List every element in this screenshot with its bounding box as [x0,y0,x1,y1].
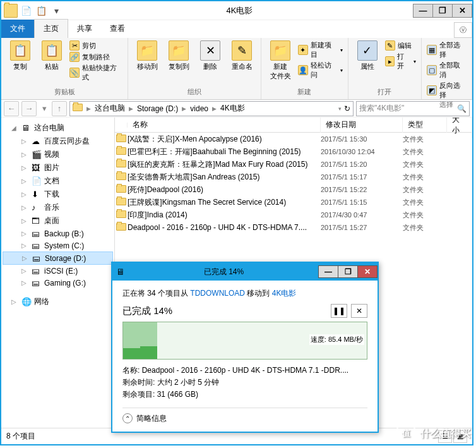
expand-icon[interactable]: ▷ [22,255,30,262]
fewer-details-button[interactable]: ⌃ 简略信息 [122,408,367,424]
recent-dropdown-icon[interactable]: ▾ [39,101,49,116]
file-row[interactable]: Deadpool - 2016 - 2160p - UHD 4K - DTS-H… [115,221,472,234]
breadcrumb[interactable]: 这台电脑 [95,103,125,114]
file-row[interactable]: [死侍]Deadpool (2016)2017/5/1 15:22文件夹 [115,183,472,196]
expand-icon[interactable]: ▷ [21,230,29,237]
select-none-button[interactable]: ▢全部取消 [427,61,467,80]
tree-item[interactable]: ▷♪音乐 [3,201,113,214]
edit-button[interactable]: ✎编辑 [385,40,416,51]
file-row[interactable]: [圣安德鲁斯大地震]San Andreas (2015)2017/5/1 15:… [115,171,472,183]
collapse-icon[interactable]: ◢ [11,124,19,131]
file-row[interactable]: [X战警：天启]X-Men Apocalypse (2016)2017/5/1 … [115,133,472,145]
breadcrumb[interactable]: 4K电影 [220,103,245,114]
qat-item[interactable]: 📋 [34,4,48,18]
cancel-button[interactable]: ✕ [351,304,367,318]
pause-button[interactable]: ❚❚ [331,304,347,318]
qat-item[interactable]: 📄 [19,4,33,18]
breadcrumb[interactable]: video [190,104,208,113]
source-link[interactable]: TDDOWNLOAD [190,289,245,298]
expand-icon[interactable]: ▷ [21,151,29,158]
breadcrumb[interactable]: Storage (D:) [137,104,178,113]
open-button[interactable]: ▸打开▾ [385,52,416,71]
chevron-right-icon[interactable]: ▶ [212,106,217,112]
expand-icon[interactable]: ▷ [21,138,29,145]
rename-button[interactable]: ✎重命名 [228,40,256,71]
paste-shortcut-button[interactable]: 📎粘贴快捷方式 [69,63,122,82]
cut-button[interactable]: ✂剪切 [69,40,122,51]
expand-icon[interactable]: ▷ [21,267,29,274]
file-row[interactable]: [巴霍巴利王：开端]Baahubali The Beginning (2015)… [115,145,472,158]
expand-icon[interactable]: ▷ [21,164,29,171]
easy-access-button[interactable]: 👤轻松访问▾ [298,61,343,80]
column-date[interactable]: 修改日期 [321,118,403,133]
details-view-button[interactable]: ☰ [438,430,452,443]
file-row[interactable]: [印度]India (2014)2017/4/30 0:47文件夹 [115,209,472,221]
refresh-button[interactable]: ↻ [344,104,350,113]
search-icon[interactable]: 🔍 [457,104,467,113]
file-row[interactable]: [王牌贱谍]Kingsman The Secret Service (2014)… [115,196,472,209]
back-button[interactable]: ← [4,101,19,116]
new-item-button[interactable]: ✦新建项目▾ [298,40,343,59]
expand-icon[interactable]: ▷ [21,242,29,249]
tree-item[interactable]: ▷🖴iSCSI (E:) [3,265,113,277]
maximize-button[interactable]: ❐ [432,4,453,18]
column-type[interactable]: 类型 [403,118,447,133]
tab-view[interactable]: 查看 [101,20,134,38]
tree-item[interactable]: ▷🖼图片 [3,161,113,174]
tree-label: 视频 [44,149,59,160]
expand-icon[interactable]: ▷ [21,178,29,185]
tree-network[interactable]: ▷ 🌐 网络 [3,295,113,308]
tree-item[interactable]: ▷🖴Backup (B:) [3,227,113,239]
expand-icon[interactable]: ▷ [11,298,19,305]
column-name[interactable]: 名称 [128,118,321,133]
paste-button[interactable]: 📋粘贴 [38,40,66,71]
chevron-right-icon[interactable]: ▶ [129,106,133,112]
move-to-button[interactable]: 📁移动到 [133,40,161,71]
properties-button[interactable]: ✓属性 [354,40,381,71]
search-input[interactable]: 搜索"4K电影" 🔍 [356,101,470,116]
expand-icon[interactable]: ▷ [21,217,29,224]
tree-item[interactable]: ▷🖴Storage (D:) [3,251,113,265]
folder-icon [115,185,128,195]
copy-button[interactable]: 📋复制 [6,40,34,71]
copy-to-button[interactable]: 📁复制到 [165,40,193,71]
tree-item[interactable]: ▷🗔桌面 [3,214,113,227]
qat-dropdown-icon[interactable]: ▾ [49,4,63,18]
tree-item[interactable]: ▷⬇下载 [3,188,113,201]
new-folder-button[interactable]: 📁新建 文件夹 [266,40,294,81]
minimize-button[interactable]: — [413,4,433,18]
delete-button[interactable]: ✕删除 [196,40,224,71]
copy-path-button[interactable]: 🔗复制路径 [69,52,122,62]
tab-file[interactable]: 文件 [1,20,34,38]
dialog-close-button[interactable]: ✕ [357,265,378,278]
dialog-maximize-button[interactable]: ❐ [338,265,358,278]
address-dropdown-icon[interactable]: ▾ [338,106,342,112]
forward-button[interactable]: → [21,101,37,116]
folder-icon [115,135,128,144]
dialog-minimize-button[interactable]: — [318,265,338,278]
expand-icon[interactable]: ▷ [21,204,29,211]
tab-home[interactable]: 主页 [34,19,68,38]
tree-item[interactable]: ▷🖴Gaming (G:) [3,277,113,289]
tree-item[interactable]: ▷🖴System (C:) [3,239,113,251]
tree-item[interactable]: ▷📄文档 [3,174,113,188]
chevron-right-icon[interactable]: ▶ [86,106,91,112]
up-button[interactable]: ↑ [52,101,67,116]
file-row[interactable]: [疯狂的麦克斯：狂暴之路]Mad Max Fury Road (2015)201… [115,158,472,171]
tree-item[interactable]: ▷☁百度云同步盘 [3,135,113,148]
tree-label: 百度云同步盘 [44,136,90,147]
close-button[interactable]: ✕ [452,4,472,18]
expand-icon[interactable]: ▷ [21,191,29,198]
tree-label: 桌面 [44,215,59,226]
icons-view-button[interactable]: ▦ [453,430,467,443]
chevron-right-icon[interactable]: ▶ [182,106,186,112]
expand-icon[interactable]: ▷ [21,279,29,286]
address-bar[interactable]: ▶ 这台电脑 ▶ Storage (D:) ▶ video ▶ 4K电影 ▾ ↻ [69,101,354,116]
ribbon-collapse-icon[interactable]: ⓥ [454,22,472,38]
tree-item[interactable]: ▷🎬视频 [3,148,113,161]
dest-link[interactable]: 4K电影 [272,289,297,298]
tab-share[interactable]: 共享 [68,20,101,38]
invert-selection-button[interactable]: ◩反向选择 [427,81,467,100]
tree-computer[interactable]: ◢ 🖥 这台电脑 [3,121,113,135]
select-all-button[interactable]: ▦全部选择 [427,40,467,59]
